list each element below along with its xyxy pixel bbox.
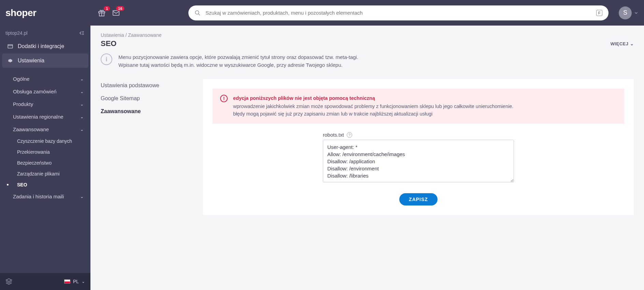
sidebar-sub-regional[interactable]: Ustawienia regionalne ⌄ bbox=[0, 110, 90, 123]
sidebar-subsub-files[interactable]: Zarządzanie plikami bbox=[0, 168, 90, 179]
sidebar: tiptop24.pl Dodatki i integracje Ustawie… bbox=[0, 26, 90, 290]
mail-icon[interactable]: 16 bbox=[112, 9, 120, 17]
form-area: robots.txt ? ZAPISZ bbox=[323, 132, 514, 205]
sidebar-item-label: Dodatki i integracje bbox=[18, 43, 64, 49]
main-content: Ustawienia / Zaawansowane SEO WIĘCEJ ⌄ i… bbox=[90, 26, 644, 290]
content-row: Ustawienia podstawowe Google Sitemap Zaa… bbox=[101, 79, 634, 215]
avatar[interactable]: S bbox=[619, 6, 632, 19]
mail-badge: 16 bbox=[116, 6, 124, 11]
chevron-down-icon: ⌄ bbox=[80, 77, 84, 81]
search-icon bbox=[195, 10, 201, 16]
breadcrumb: Ustawienia / Zaawansowane bbox=[101, 32, 634, 38]
gear-icon bbox=[7, 57, 14, 64]
sidebar-sub-advanced[interactable]: Zaawansowane ⌄ bbox=[0, 123, 90, 136]
sidebar-sub-products[interactable]: Produkty ⌄ bbox=[0, 98, 90, 110]
field-label-row: robots.txt ? bbox=[323, 132, 514, 138]
sidebar-sub-label: Produkty bbox=[13, 101, 33, 107]
language-selector[interactable]: PL ⌄ bbox=[64, 279, 85, 284]
warning-alert: ! edycja poniższych plików nie jest obję… bbox=[213, 89, 624, 124]
chevron-down-icon: ⌄ bbox=[80, 115, 84, 119]
sidebar-subsub-redirects[interactable]: Przekierowania bbox=[0, 147, 90, 157]
sidebar-footer: PL ⌄ bbox=[0, 273, 90, 290]
svg-point-4 bbox=[196, 11, 199, 14]
info-text: Menu pozycjonowanie zawiera opcje, które… bbox=[118, 54, 358, 69]
svg-marker-11 bbox=[6, 279, 12, 281]
header: shoper 1 16 F S bbox=[0, 0, 644, 26]
language-label: PL bbox=[73, 279, 79, 284]
logo: shoper bbox=[5, 7, 36, 18]
sidebar-sub-label: Ogólne bbox=[13, 76, 29, 82]
more-button[interactable]: WIĘCEJ ⌄ bbox=[611, 41, 634, 46]
chevron-down-icon: ⌄ bbox=[80, 127, 84, 132]
layout: tiptop24.pl Dodatki i integracje Ustawie… bbox=[0, 26, 644, 290]
sidebar-sub-tasks[interactable]: Zadania i historia maili ⌄ bbox=[0, 190, 90, 203]
search-wrap: F bbox=[188, 5, 609, 20]
svg-rect-9 bbox=[8, 45, 13, 48]
more-label: WIĘCEJ bbox=[611, 41, 629, 46]
info-icon: i bbox=[101, 54, 112, 65]
breadcrumb-sep: / bbox=[125, 32, 128, 38]
chevron-down-icon[interactable] bbox=[634, 11, 639, 15]
info-banner: i Menu pozycjonowanie zawiera opcje, któ… bbox=[101, 54, 634, 69]
info-line: Wpisane tutaj wartości będą m.in. widocz… bbox=[118, 61, 358, 69]
chevron-down-icon: ⌄ bbox=[80, 194, 84, 199]
gift-icon[interactable]: 1 bbox=[98, 9, 106, 17]
sidebar-sub-orders[interactable]: Obsługa zamówień ⌄ bbox=[0, 85, 90, 98]
nav: Dodatki i integracje Ustawienia Ogólne ⌄… bbox=[0, 39, 90, 273]
sidebar-item-settings[interactable]: Ustawienia bbox=[2, 54, 88, 68]
site-name: tiptop24.pl bbox=[5, 30, 28, 36]
tab-google-sitemap[interactable]: Google Sitemap bbox=[101, 92, 193, 105]
sidebar-sub-general[interactable]: Ogólne ⌄ bbox=[0, 73, 90, 85]
header-icons: 1 16 bbox=[98, 9, 120, 17]
tabs-column: Ustawienia podstawowe Google Sitemap Zaa… bbox=[101, 79, 193, 215]
warning-icon: ! bbox=[220, 95, 228, 102]
info-line: Menu pozycjonowanie zawiera opcje, które… bbox=[118, 54, 358, 61]
sidebar-subsub-db-cleanup[interactable]: Czyszczenie bazy danych bbox=[0, 136, 90, 147]
page-title-row: SEO WIĘCEJ ⌄ bbox=[101, 39, 634, 48]
help-icon[interactable]: ? bbox=[347, 132, 352, 138]
tab-advanced[interactable]: Zaawansowane bbox=[101, 105, 193, 118]
save-row: ZAPISZ bbox=[323, 193, 514, 205]
breadcrumb-link[interactable]: Ustawienia bbox=[101, 32, 124, 38]
sidebar-sub-label: Ustawienia regionalne bbox=[13, 114, 63, 120]
alert-body: edycja poniższych plików nie jest objęta… bbox=[233, 95, 513, 118]
sidebar-subsub-security[interactable]: Bezpieczeństwo bbox=[0, 157, 90, 168]
alert-text: wprowadzenie jakichkolwiek zmian może sp… bbox=[233, 103, 513, 110]
chevron-down-icon: ⌄ bbox=[80, 102, 84, 107]
sidebar-sub-label: Zaawansowane bbox=[13, 126, 49, 132]
sidebar-item-label: Ustawienia bbox=[18, 58, 44, 64]
flag-pl-icon bbox=[64, 279, 70, 284]
page-title: SEO bbox=[101, 39, 116, 48]
sidebar-subsub-seo[interactable]: SEO bbox=[0, 179, 90, 190]
save-button[interactable]: ZAPISZ bbox=[399, 193, 438, 205]
layers-icon[interactable] bbox=[5, 278, 12, 285]
chevron-down-icon: ⌄ bbox=[630, 41, 634, 46]
search-shortcut-icon: F bbox=[596, 10, 602, 16]
gift-badge: 1 bbox=[104, 6, 110, 11]
svg-line-5 bbox=[199, 14, 200, 15]
site-row: tiptop24.pl bbox=[0, 26, 90, 39]
alert-text: błędy mogą pojawić się już przy zapisani… bbox=[233, 110, 513, 118]
tab-basic-settings[interactable]: Ustawienia podstawowe bbox=[101, 79, 193, 92]
field-label: robots.txt bbox=[323, 132, 344, 138]
sidebar-item-addons[interactable]: Dodatki i integracje bbox=[0, 39, 90, 54]
chevron-down-icon: ⌄ bbox=[82, 279, 85, 284]
sidebar-sub-label: Obsługa zamówień bbox=[13, 89, 57, 94]
panel: ! edycja poniższych plików nie jest obję… bbox=[203, 79, 634, 215]
chevron-down-icon: ⌄ bbox=[80, 89, 84, 94]
robots-textarea[interactable] bbox=[323, 140, 514, 182]
addons-icon bbox=[7, 43, 14, 50]
collapse-sidebar-icon[interactable] bbox=[78, 30, 85, 36]
breadcrumb-link[interactable]: Zaawansowane bbox=[128, 32, 161, 38]
sidebar-sub-label: Zadania i historia maili bbox=[13, 194, 64, 199]
alert-title: edycja poniższych plików nie jest objęta… bbox=[233, 95, 513, 102]
search-input[interactable] bbox=[188, 5, 609, 20]
